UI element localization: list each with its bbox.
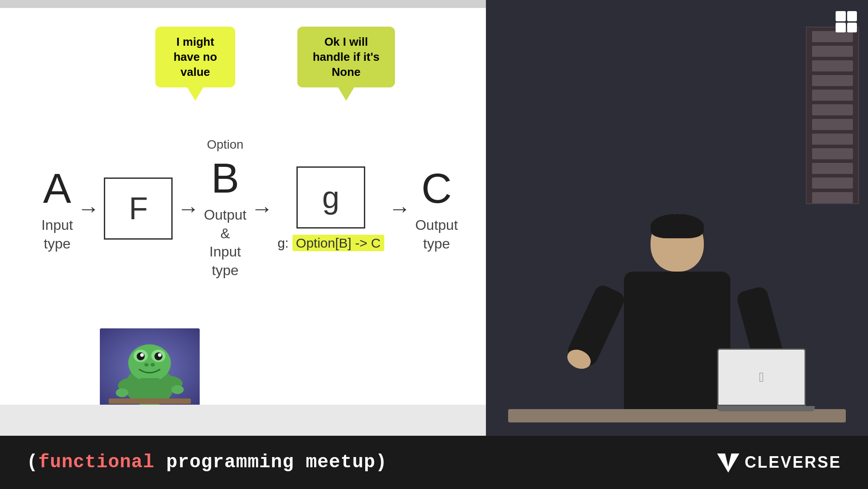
speaker-area:  xyxy=(486,0,868,436)
speaker-person xyxy=(624,214,730,414)
laptop-base xyxy=(717,406,815,411)
node-b-label: Output&Inputtype xyxy=(204,206,246,280)
title-keyword: functional xyxy=(38,452,154,473)
slide-area: I might have no value Ok I will handle i… xyxy=(0,0,486,436)
title-text: programming meetup xyxy=(154,452,375,473)
laptop:  xyxy=(717,348,815,411)
shelf-item xyxy=(812,90,853,101)
node-c: C xyxy=(421,164,452,213)
svg-marker-18 xyxy=(717,454,739,473)
slide-bottom-area xyxy=(0,405,486,436)
svg-point-5 xyxy=(116,388,128,397)
node-f: F xyxy=(104,177,173,240)
bubble-right-text: Ok I will handle if it's None xyxy=(313,35,380,79)
kermit-image xyxy=(100,328,200,406)
logo-top-right xyxy=(836,11,857,32)
apple-logo-icon:  xyxy=(759,370,764,385)
main-container: I might have no value Ok I will handle i… xyxy=(0,0,868,489)
cleverse-logo: CLEVERSE xyxy=(717,451,841,473)
node-g: g xyxy=(296,166,365,229)
node-f-wrapper: F xyxy=(104,177,173,240)
person-body xyxy=(624,272,730,414)
svg-point-15 xyxy=(150,363,155,367)
node-b: B xyxy=(211,154,239,202)
bottom-title: (functional programming meetup) xyxy=(27,452,387,473)
bubble-left-text: I might have no value xyxy=(174,35,217,79)
svg-point-7 xyxy=(128,344,171,382)
shelf-item xyxy=(812,104,853,115)
logo-square-1 xyxy=(836,11,846,21)
g-prefix: g: xyxy=(277,236,292,250)
svg-point-10 xyxy=(137,352,145,360)
logo-square-3 xyxy=(836,23,846,33)
shelf-item xyxy=(812,177,853,189)
shelf-item xyxy=(812,148,853,159)
person-body-wrapper xyxy=(624,272,730,414)
shelf-item xyxy=(812,134,853,145)
speech-bubble-left: I might have no value xyxy=(155,27,235,87)
svg-point-11 xyxy=(154,352,162,360)
slide-top-bar xyxy=(0,0,486,8)
person-hair xyxy=(651,214,704,238)
shelf-item xyxy=(812,75,853,86)
arrow-a-f: → xyxy=(77,196,99,221)
shelf-item xyxy=(812,46,853,57)
node-c-wrapper: C Outputtype xyxy=(415,164,458,253)
cleverse-v-logo-icon xyxy=(717,451,739,473)
laptop-screen:  xyxy=(717,348,806,406)
shelf-item xyxy=(812,60,853,71)
svg-point-12 xyxy=(140,353,144,357)
speech-bubble-right: Ok I will handle if it's None xyxy=(297,27,395,87)
person-head xyxy=(651,214,704,272)
node-a-wrapper: A Inputtype xyxy=(41,164,73,253)
svg-point-13 xyxy=(158,353,162,357)
node-g-wrapper: g g: Option[B] -> C xyxy=(277,166,384,251)
logo-square-2 xyxy=(847,11,857,21)
title-close-paren: ) xyxy=(375,452,387,473)
arrow-g-c: → xyxy=(389,196,411,221)
option-label: Option xyxy=(207,138,244,152)
bookshelf xyxy=(806,27,859,204)
node-a-label: Inputtype xyxy=(41,216,73,253)
g-formula-line: g: Option[B] -> C xyxy=(277,236,384,251)
svg-point-14 xyxy=(144,363,149,367)
four-squares-logo xyxy=(836,11,857,32)
svg-rect-16 xyxy=(140,378,159,385)
title-open-paren: ( xyxy=(27,452,38,473)
g-formula: Option[B] -> C xyxy=(292,235,384,251)
node-b-wrapper: Option B Output&Inputtype xyxy=(204,138,246,280)
shelf-item xyxy=(812,163,853,174)
video-row: I might have no value Ok I will handle i… xyxy=(0,0,868,436)
arrow-f-b: → xyxy=(177,196,199,221)
logo-square-4 xyxy=(847,23,857,33)
bottom-bar: (functional programming meetup) CLEVERSE xyxy=(0,436,868,489)
svg-rect-17 xyxy=(109,398,191,404)
node-a: A xyxy=(43,164,71,213)
shelf-item xyxy=(812,31,853,42)
cleverse-brand-name: CLEVERSE xyxy=(745,453,841,472)
diagram-row: A Inputtype → F xyxy=(27,138,473,280)
svg-point-6 xyxy=(171,385,184,394)
node-c-label: Outputtype xyxy=(415,216,458,253)
shelf-item xyxy=(812,119,853,130)
shelf-item xyxy=(812,192,853,203)
arrow-b-g: → xyxy=(251,196,273,221)
